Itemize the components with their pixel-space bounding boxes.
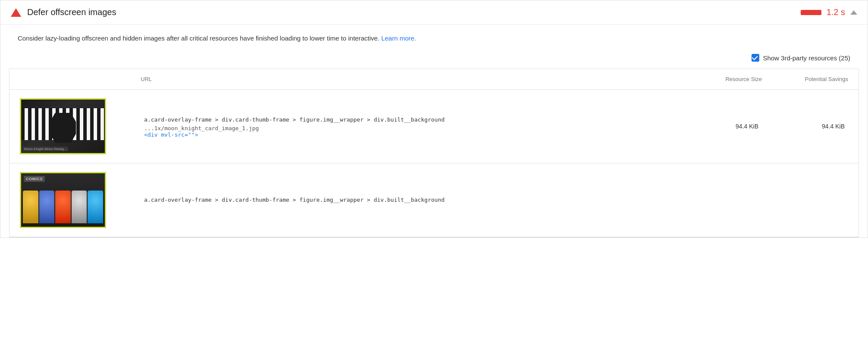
time-bar-icon — [801, 10, 821, 15]
thumbnail-2: COMICS — [20, 172, 106, 228]
char-fig-3 — [55, 191, 71, 223]
url-selector-2: a.card-overlay-frame > div.card-thumb-fr… — [144, 195, 672, 205]
mk-mask — [50, 113, 76, 143]
col-header-resource-size: Resource Size — [679, 74, 765, 84]
third-party-row: Show 3rd-party resources (25) — [0, 50, 868, 69]
char-fig-2 — [39, 191, 55, 223]
thumbnail-1: THE LATEST Moon Knight Moon Ready... — [20, 98, 106, 154]
thumbnail-cell-1: THE LATEST Moon Knight Moon Ready... — [16, 95, 137, 158]
audit-title: Defer offscreen images — [27, 7, 116, 17]
table-header: URL Resource Size Potential Savings — [9, 69, 859, 90]
char-fig-4 — [72, 191, 87, 223]
audit-description: Consider lazy-loading offscreen and hidd… — [0, 25, 868, 50]
div-src-link-1[interactable]: <div mvl-src=""> — [144, 131, 672, 138]
results-table: URL Resource Size Potential Savings THE … — [9, 69, 859, 238]
audit-header-right: 1.2 s — [801, 7, 857, 17]
col-header-potential-savings: Potential Savings — [765, 74, 852, 84]
description-text: Consider lazy-loading offscreen and hidd… — [18, 34, 380, 42]
audit-header-left: Defer offscreen images — [11, 7, 116, 17]
col-header-url: URL — [137, 74, 679, 84]
col-header-thumbnail — [16, 74, 137, 84]
url-selector-1: a.card-overlay-frame > div.card-thumb-fr… — [144, 115, 672, 125]
thumbnail-label-2: COMICS — [24, 176, 45, 182]
audit-panel: Defer offscreen images 1.2 s Consider la… — [0, 0, 868, 238]
resource-size-1: 94.4 KiB — [679, 119, 765, 133]
collapse-button[interactable] — [850, 10, 857, 15]
potential-savings-2 — [765, 197, 852, 203]
warning-icon — [11, 8, 21, 17]
table-row: THE LATEST Moon Knight Moon Ready... a.c… — [9, 90, 859, 163]
potential-savings-1: 94.4 KiB — [765, 119, 852, 133]
char-fig-5 — [88, 191, 103, 223]
thumbnail-sub-1: Moon Knight Moon Ready... — [23, 147, 68, 151]
third-party-checkbox-wrapper[interactable]: Show 3rd-party resources (25) — [752, 54, 850, 62]
resource-size-2 — [679, 197, 765, 203]
audit-time: 1.2 s — [827, 7, 845, 17]
url-path-1: ...1x/moon_knight_card_image_1.jpg — [144, 125, 672, 131]
audit-header: Defer offscreen images 1.2 s — [0, 0, 868, 25]
url-cell-2: a.card-overlay-frame > div.card-thumb-fr… — [137, 191, 679, 208]
mk-thumbnail-image — [21, 100, 105, 153]
table-row: COMICS a.card-overlay-frame > div.card-t… — [9, 163, 859, 237]
learn-more-link[interactable]: Learn more. — [381, 34, 416, 42]
third-party-label: Show 3rd-party resources (25) — [763, 54, 850, 62]
url-cell-1: a.card-overlay-frame > div.card-thumb-fr… — [137, 111, 679, 141]
third-party-checkbox[interactable] — [752, 54, 759, 62]
char-fig-1 — [23, 191, 38, 223]
thumbnail-cell-2: COMICS — [16, 169, 137, 231]
